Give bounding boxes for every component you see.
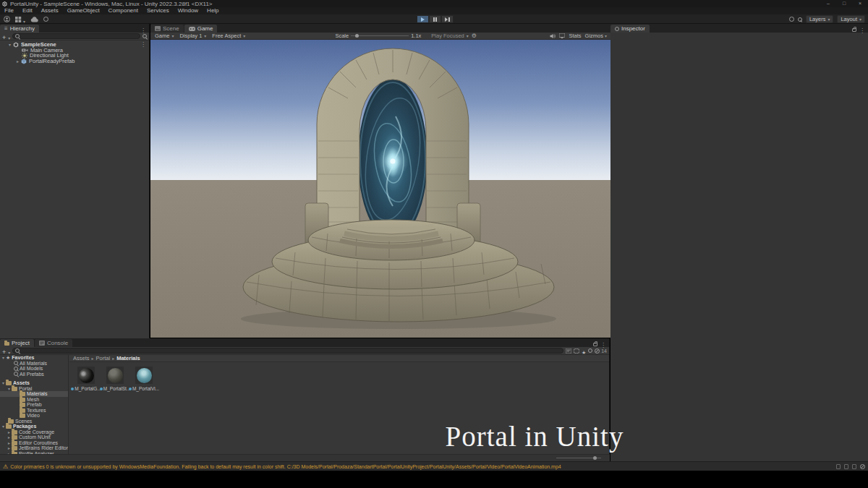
project-strip-tools [590,339,609,347]
breadcrumb-materials[interactable]: Materials [116,355,140,361]
tab-inspector[interactable]: Inspector [610,25,650,33]
favorite-all-materials[interactable]: All Materials [0,361,68,367]
display-dropdown[interactable]: Display 1 [176,33,209,40]
favorite-all-prefabs[interactable]: All Prefabs [0,372,68,377]
chevron-down-icon[interactable] [8,30,10,43]
foldout-arrow-icon[interactable] [9,41,11,48]
console-error-icon[interactable] [852,464,856,469]
tree-item-assets[interactable]: Assets [0,380,68,386]
tree-item-label: Editor Coroutines [19,440,58,445]
tree-item-custom-nunit[interactable]: Custom NUnit [0,435,68,440]
foldout-arrow-icon[interactable] [8,445,10,450]
stats-toggle[interactable]: Stats [569,33,581,39]
tree-item-scenes[interactable]: Scenes [0,419,68,424]
console-log-icon[interactable] [836,464,841,469]
tree-item-materials[interactable]: Materials [0,391,68,397]
activity-icon[interactable] [43,17,48,22]
tab-label: Hierarchy [10,25,35,32]
tree-item-textures[interactable]: Textures [0,408,68,414]
pause-button[interactable] [429,15,441,23]
favorite-all-models[interactable]: All Models [0,366,68,372]
progress-indicator-icon[interactable] [860,464,865,469]
search-filter-icon[interactable] [142,34,147,38]
layers-dropdown[interactable]: Layers [806,15,834,23]
kebab-icon[interactable] [140,22,146,35]
foldout-arrow-icon[interactable] [2,355,4,360]
thumbnail-size-handle[interactable] [593,456,597,460]
play-focused-dropdown[interactable]: Play Focused [428,33,471,40]
asset-item[interactable]: M_PortalSt... [105,367,125,391]
tree-item-portal[interactable]: Portal [0,386,68,392]
info-icon[interactable] [588,348,592,353]
tree-item-prefab[interactable]: Prefab [0,402,68,408]
game-viewport[interactable] [150,40,610,338]
asset-grid: M_PortalG... M_PortalSt... M_PortalVi... [76,367,154,391]
project-search-input[interactable] [12,348,563,354]
material-sphere-preview [108,368,123,383]
tree-item-code-coverage[interactable]: Code Coverage [0,429,68,435]
status-warning-message[interactable]: Color primaries 0 is unknown or unsuppor… [10,464,561,469]
favorites-root[interactable]: Favorites [0,355,68,361]
gear-icon[interactable] [472,33,477,39]
minimize-button[interactable] [820,0,836,7]
foldout-arrow-icon[interactable] [2,380,4,385]
inspector-tab-strip: Inspector [610,24,868,33]
breadcrumb-assets[interactable]: Assets [73,355,90,361]
tree-item-jetbrains-rider[interactable]: JetBrains Rider Editor [0,445,68,451]
search-by-type-icon[interactable] [566,348,571,354]
tree-item-label: Video [27,413,40,418]
menu-help[interactable]: Help [203,7,223,14]
tree-item-packages[interactable]: Packages [0,424,68,429]
tree-item-editor-coroutines[interactable]: Editor Coroutines [0,440,68,446]
console-warning-icon[interactable] [844,464,848,469]
menu-assets[interactable]: Assets [37,7,63,14]
hierarchy-row-samplescene[interactable]: SampleScene [0,42,149,48]
step-button[interactable] [441,15,454,23]
lock-icon[interactable] [852,28,856,32]
maximize-button[interactable] [836,0,852,7]
search-by-label-icon[interactable] [574,348,579,354]
foldout-arrow-icon[interactable] [8,440,10,445]
menu-gameobject[interactable]: GameObject [63,7,104,14]
account-icon[interactable] [4,16,10,22]
inspector-strip-tools [849,25,868,33]
video-caption: Portal in Unity [426,420,643,453]
create-button[interactable] [2,30,6,43]
foldout-arrow-icon[interactable] [8,386,10,391]
asset-item[interactable]: M_PortalVi... [134,367,154,391]
scale-label: Scale [335,33,349,39]
tab-console[interactable]: Console [35,339,72,347]
menu-component[interactable]: Component [104,7,142,14]
foldout-arrow-icon[interactable] [2,424,4,429]
gizmos-dropdown[interactable]: Gizmos [585,33,607,39]
tab-game[interactable]: Game [184,25,218,33]
kebab-icon[interactable] [859,22,865,35]
kebab-icon[interactable] [140,41,146,48]
foldout-arrow-icon[interactable] [17,58,19,64]
close-button[interactable] [852,0,868,7]
foldout-arrow-icon[interactable] [8,435,10,440]
mute-audio-icon[interactable] [550,33,556,39]
tab-scene[interactable]: Scene [150,25,184,33]
scale-slider-handle[interactable] [355,34,359,38]
undo-history-icon[interactable] [789,17,794,22]
game-mode-dropdown[interactable]: Game [152,33,176,40]
hierarchy-row-portal-prefab[interactable]: PortalReadyPrefab [0,59,149,64]
cloud-icon[interactable] [30,17,38,22]
menu-window[interactable]: Window [174,7,203,14]
play-button[interactable] [417,15,429,23]
step-icon [445,17,450,22]
vsync-icon[interactable] [559,33,565,38]
asset-item[interactable]: M_PortalG... [76,367,96,391]
breadcrumb-portal[interactable]: Portal [96,355,111,361]
scale-slider[interactable] [351,35,409,36]
search-icon[interactable] [798,17,802,22]
aspect-dropdown[interactable]: Free Aspect [209,33,248,40]
lock-icon[interactable] [593,343,597,346]
asset-label: M_PortalG... [71,386,101,391]
tree-item-mesh[interactable]: Mesh [0,397,68,403]
menu-services[interactable]: Services [142,7,174,14]
hidden-packages-toggle[interactable]: 14 [595,348,607,354]
hierarchy-search-input[interactable] [12,33,140,39]
foldout-arrow-icon[interactable] [8,429,10,435]
